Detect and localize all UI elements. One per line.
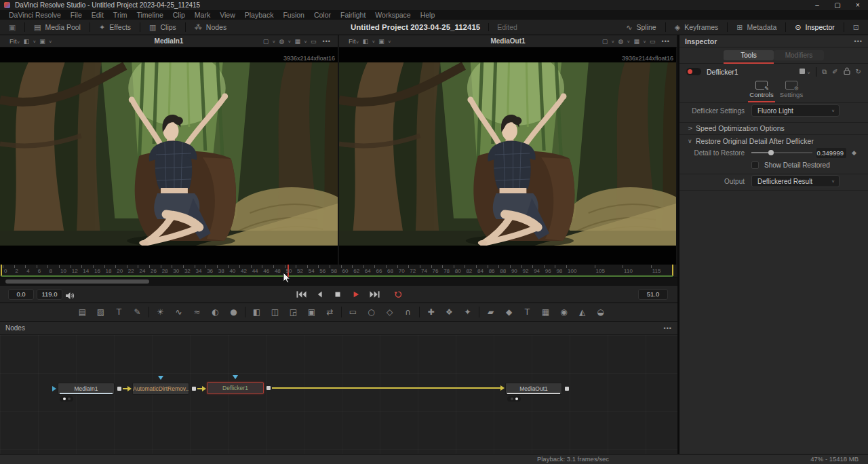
color-curves-tool[interactable]: ∿ (170, 307, 188, 317)
node-output-connector[interactable] (117, 387, 121, 391)
roi-icon[interactable]: ▢ (262, 38, 271, 45)
inspector-menu[interactable]: ••• (852, 38, 868, 45)
transform-tool[interactable]: ◫ (266, 307, 284, 317)
menu-color[interactable]: Color (309, 10, 336, 20)
polygon-mask-tool[interactable]: ◇ (380, 307, 399, 317)
external-monitor-button[interactable]: ⊡ (844, 20, 868, 35)
expand-icon[interactable]: ▭ (648, 38, 657, 45)
show-detail-restored-checkbox[interactable] (751, 161, 759, 169)
keyframe-icon[interactable]: ◆ (852, 149, 856, 156)
nodes-button[interactable]: ⁂Nodes (186, 20, 235, 35)
resize-tool[interactable]: ◲ (284, 307, 302, 317)
tracker-tool[interactable]: ✚ (422, 307, 440, 317)
hue-curves-tool[interactable]: ≈ (188, 307, 206, 317)
subtab-settings[interactable]: ⚙ Settings (774, 81, 808, 98)
node-color-swatch-dropdown[interactable]: ∨ (800, 69, 810, 75)
ui-layout-toggle-icon[interactable]: ▣ (0, 23, 24, 32)
node-deflicker1[interactable]: Deflicker1 (207, 382, 264, 394)
gamut-icon[interactable]: ◍ (616, 38, 625, 45)
roi-icon[interactable]: ▢ (601, 38, 610, 45)
background-tool[interactable]: ▤ (73, 307, 92, 317)
menu-playback[interactable]: Playback (240, 10, 279, 20)
restore-detail-section[interactable]: Restore Original Detail After Deflicker (696, 137, 814, 145)
viewer-options-menu[interactable]: ••• (659, 38, 673, 45)
camera-3d-tool[interactable]: ◉ (555, 307, 573, 317)
fit-dropdown[interactable]: Fit∨ (339, 37, 359, 45)
menu-davinci-resolve[interactable]: DaVinci Resolve (4, 10, 66, 20)
expand-icon[interactable]: ▭ (309, 38, 318, 45)
renderer-3d-tool[interactable]: ◒ (591, 307, 610, 317)
pick-icon[interactable]: ✐ (832, 68, 837, 75)
minimize-button[interactable]: – (807, 0, 827, 10)
text-3d-tool[interactable]: T (518, 307, 536, 317)
slider-thumb[interactable] (768, 150, 774, 155)
menu-fairlight[interactable]: Fairlight (336, 10, 370, 20)
node-mediaout1[interactable]: MediaOut1 (505, 383, 562, 395)
viewer-options-menu[interactable]: ••• (320, 38, 334, 45)
menu-file[interactable]: File (66, 10, 87, 20)
color-corrector-tool[interactable]: ☀ (151, 307, 170, 317)
menu-trim[interactable]: Trim (108, 10, 132, 20)
reset-icon[interactable]: ↻ (856, 68, 861, 75)
right-viewer-canvas[interactable]: 3936x2144xfloat16 (339, 47, 676, 265)
gamut-icon[interactable]: ◍ (277, 38, 285, 45)
text-plus-tool[interactable]: T (110, 307, 128, 317)
maximize-button[interactable]: ▢ (827, 0, 848, 10)
node-output-connector[interactable] (267, 386, 271, 390)
versions-icon[interactable]: ⧉ (822, 68, 827, 76)
guides-icon[interactable]: ▦ (632, 38, 641, 45)
detail-to-restore-value[interactable]: 0.349999 (816, 148, 846, 158)
menu-view[interactable]: View (215, 10, 240, 20)
bspline-mask-tool[interactable]: ∩ (399, 307, 417, 317)
menu-help[interactable]: Help (416, 10, 440, 20)
play-button[interactable] (350, 290, 362, 298)
planar-tracker-tool[interactable]: ❖ (440, 307, 458, 317)
output-dropdown[interactable]: Deflickered Result ∨ (751, 175, 840, 187)
rectangle-mask-tool[interactable]: ▭ (344, 307, 362, 317)
range-start-input[interactable]: 0.0 (8, 289, 34, 300)
current-frame-input[interactable]: 51.0 (638, 289, 668, 300)
camera-tracker-tool[interactable]: ✦ (458, 307, 477, 317)
menu-timeline[interactable]: Timeline (132, 10, 167, 20)
blur-tool[interactable]: ● (224, 307, 243, 317)
effects-button[interactable]: ✦Effects (90, 20, 140, 35)
timeline-scrollbar-track[interactable] (0, 277, 677, 285)
node-mediain1[interactable]: MediaIn1 (58, 383, 115, 395)
menu-mark[interactable]: Mark (190, 10, 215, 20)
keyframes-button[interactable]: ◈Keyframes (666, 20, 728, 35)
detail-to-restore-slider[interactable] (751, 149, 812, 157)
inspector-button[interactable]: ⊙Inspector (786, 20, 843, 35)
image-plane-3d-tool[interactable]: ▰ (481, 307, 500, 317)
change-depth-tool[interactable]: ⇄ (321, 307, 339, 317)
menu-workspace[interactable]: Workspace (370, 10, 415, 20)
go-last-frame-button[interactable] (368, 290, 380, 298)
audio-mute-icon[interactable] (65, 290, 75, 303)
viewport-layout-icon[interactable]: ▣ (38, 38, 47, 45)
collapse-arrow-icon[interactable]: > (688, 125, 696, 132)
clips-button[interactable]: ▥Clips (140, 20, 185, 35)
timeline-scrollbar-thumb[interactable] (5, 279, 149, 284)
menu-edit[interactable]: Edit (87, 10, 108, 20)
tab-modifiers[interactable]: Modifiers (774, 50, 824, 60)
fast-noise-tool[interactable]: ▨ (92, 307, 110, 317)
spline-button[interactable]: ∿Spline (617, 20, 665, 35)
viewer-assignment-dots[interactable] (60, 396, 73, 402)
spot-light-tool[interactable]: ◭ (573, 307, 591, 317)
range-start-marker[interactable] (1, 265, 2, 276)
paint-tool[interactable]: ✎ (128, 307, 146, 317)
tab-tools[interactable]: Tools (724, 50, 774, 60)
viewport-layout-icon[interactable]: ▣ (377, 38, 386, 45)
merge-tool[interactable]: ◧ (248, 307, 266, 317)
go-first-frame-button[interactable] (295, 290, 307, 298)
brightness-contrast-tool[interactable]: ◐ (206, 307, 224, 317)
time-ruler[interactable]: 0246810121416182022242628303234363840424… (0, 265, 677, 277)
ellipse-mask-tool[interactable]: ○ (362, 307, 380, 317)
crop-tool[interactable]: ▣ (302, 307, 321, 317)
media-pool-button[interactable]: ▤Media Pool (25, 20, 90, 35)
range-end-input[interactable]: 119.0 (37, 289, 62, 300)
fit-dropdown[interactable]: Fit∨ (0, 37, 20, 45)
channel-display-icon[interactable]: ◧ (361, 38, 370, 45)
node-graph[interactable]: MediaIn1AutomaticDirtRemov...Deflicker1M… (0, 335, 677, 454)
range-end-marker[interactable] (672, 265, 673, 276)
viewer-assignment-dots[interactable] (507, 396, 521, 402)
